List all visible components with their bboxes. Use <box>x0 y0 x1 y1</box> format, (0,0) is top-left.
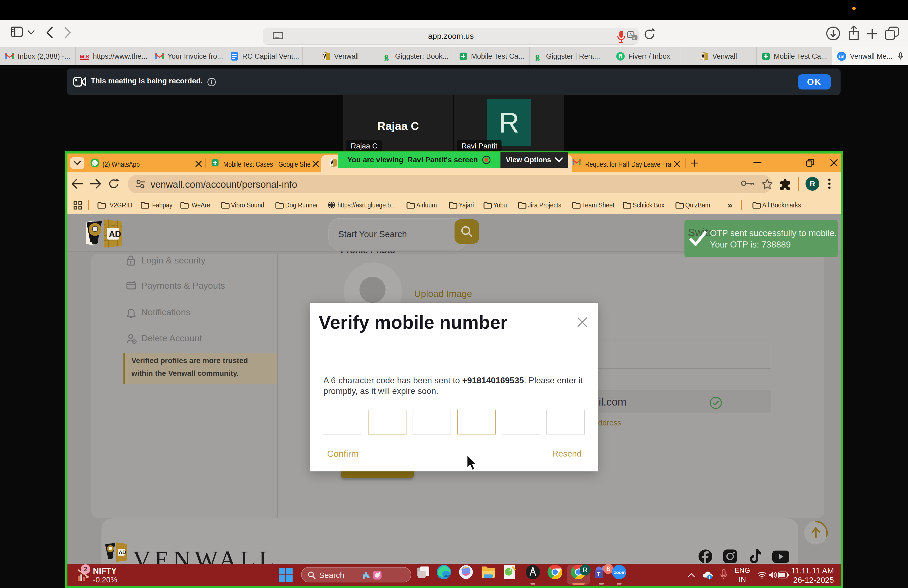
svg-text:fi: fi <box>618 53 622 60</box>
svg-text:A: A <box>629 32 633 37</box>
svg-text:T: T <box>597 571 601 577</box>
svg-text:x: x <box>633 35 635 40</box>
svg-text:g: g <box>384 52 389 61</box>
svg-text:AD: AD <box>109 229 121 239</box>
svg-text:zm: zm <box>839 54 844 59</box>
svg-text:i: i <box>709 575 710 580</box>
svg-text:AD: AD <box>119 549 126 555</box>
svg-text:zoom: zoom <box>614 570 626 575</box>
svg-text:g: g <box>535 52 540 61</box>
svg-text:MLS: MLS <box>80 53 89 60</box>
